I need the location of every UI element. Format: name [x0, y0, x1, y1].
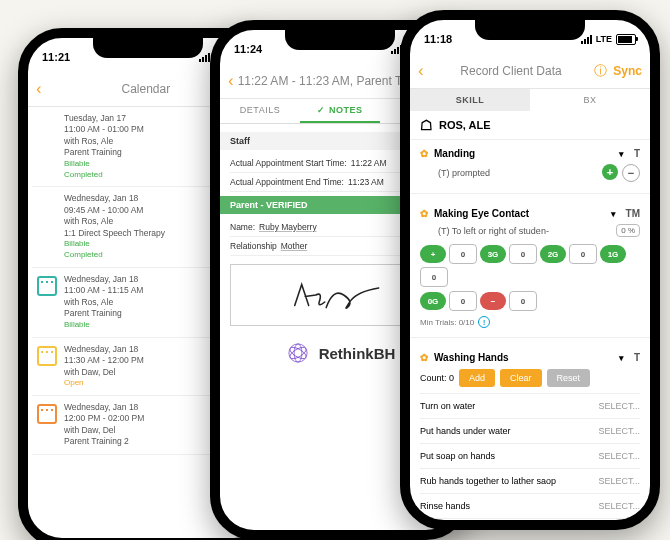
task-row[interactable]: Rub hands together to lather saopSELECT.… [420, 468, 640, 493]
check-icon [36, 113, 58, 180]
target-prompted: (T) prompted + − [420, 159, 640, 187]
count-label: Count: 0 [420, 373, 454, 383]
add-button[interactable]: Add [459, 369, 495, 387]
calendar-text: Wednesday, Jan 1811:00 AM - 11:15 AMwith… [64, 274, 226, 331]
tab-notes[interactable]: ✓ NOTES [300, 99, 380, 123]
target-left-right: (T) To left or right of studen- 0 % [420, 219, 640, 242]
check-icon [36, 193, 58, 260]
tab-bx[interactable]: BX [530, 89, 650, 111]
page-title: Record Client Data [428, 64, 595, 78]
trial-count[interactable]: 0 [420, 267, 448, 287]
program-manding[interactable]: ✿ Manding ▾ T [420, 140, 640, 159]
trial-count[interactable]: 0 [569, 244, 597, 264]
status-time: 11:18 [424, 33, 452, 45]
program-washing-hands[interactable]: ✿ Washing Hands ▾ T [420, 344, 640, 363]
reset-button[interactable]: Reset [547, 369, 591, 387]
task-row[interactable]: Put soap on handsSELECT... [420, 443, 640, 468]
trial-count[interactable]: 0 [449, 291, 477, 311]
gear-icon[interactable]: ✿ [420, 352, 428, 363]
back-button[interactable]: ‹ [228, 71, 238, 91]
tab-skill[interactable]: SKILL [410, 89, 530, 111]
client-row[interactable]: ☖ ROS, ALE [410, 111, 650, 140]
sync-button[interactable]: Sync [613, 64, 642, 78]
back-button[interactable]: ‹ [418, 61, 428, 81]
calendar-icon [36, 402, 58, 448]
client-name: ROS, ALE [439, 119, 491, 131]
status-right: LTE [581, 34, 636, 45]
min-trials: Min Trials: 0/10 ! [420, 313, 640, 331]
task-row[interactable]: Put hands under waterSELECT... [420, 418, 640, 443]
info-icon[interactable]: ⓘ [594, 62, 607, 80]
task-select[interactable]: SELECT... [598, 426, 640, 436]
brand-logo-icon [285, 340, 311, 366]
trial-count[interactable]: 0 [509, 291, 537, 311]
trial-buttons-row2: 0G0−0 [420, 289, 640, 313]
status-time: 11:24 [234, 43, 262, 55]
trial-count[interactable]: 0 [509, 244, 537, 264]
trial-grade-button[interactable]: 0G [420, 292, 446, 310]
task-row[interactable]: Turn on waterSELECT... [420, 393, 640, 418]
calendar-text: Wednesday, Jan 1809:45 AM - 10:00 AMwith… [64, 193, 226, 260]
task-label: Put soap on hands [420, 451, 495, 461]
signal-icon [199, 53, 210, 62]
calendar-text: Tuesday, Jan 1711:00 AM - 01:00 PMwith R… [64, 113, 226, 180]
task-select[interactable]: SELECT... [598, 451, 640, 461]
calendar-text: Wednesday, Jan 1811:30 AM - 12:00 PMwith… [64, 344, 226, 389]
signal-icon [581, 35, 592, 44]
lte-label: LTE [596, 34, 612, 44]
plus-button[interactable]: + [602, 164, 618, 180]
trial-grade-button[interactable]: 1G [600, 245, 626, 263]
task-label: Rub hands together to lather saop [420, 476, 556, 486]
task-label: Put hands under water [420, 426, 511, 436]
program-eye-contact[interactable]: ✿ Making Eye Contact ▾ TM [420, 200, 640, 219]
phone-record-data: 11:18 LTE ‹ Record Client Data ⓘ Sync SK… [400, 10, 660, 530]
tabs: SKILL BX [410, 89, 650, 111]
trial-count[interactable]: 0 [449, 244, 477, 264]
clear-button[interactable]: Clear [500, 369, 542, 387]
task-list: Turn on waterSELECT...Put hands under wa… [420, 393, 640, 530]
notch [93, 38, 203, 58]
notch [285, 30, 395, 50]
status-time: 11:21 [42, 51, 70, 63]
minus-button[interactable]: − [480, 292, 506, 310]
gear-icon[interactable]: ✿ [420, 208, 428, 219]
task-label: Rinse hands [420, 501, 470, 511]
caret-down-icon: ▾ [611, 209, 616, 219]
caret-down-icon: ▾ [619, 149, 624, 159]
notch [475, 20, 585, 40]
gear-icon[interactable]: ✿ [420, 148, 428, 159]
task-row[interactable]: Turn off waterSELECT... [420, 518, 640, 530]
trial-grade-button[interactable]: 3G [480, 245, 506, 263]
trial-buttons: +03G02G01G0 [420, 242, 640, 289]
svg-point-2 [294, 344, 302, 362]
task-select[interactable]: SELECT... [598, 476, 640, 486]
task-row[interactable]: Rinse handsSELECT... [420, 493, 640, 518]
trial-grade-button[interactable]: 2G [540, 245, 566, 263]
back-button[interactable]: ‹ [36, 79, 46, 99]
count-row: Count: 0 Add Clear Reset [420, 363, 640, 393]
nav-bar: ‹ Record Client Data ⓘ Sync [410, 54, 650, 89]
programs: ✿ Manding ▾ T (T) prompted + − ✿ Making … [410, 140, 650, 530]
caret-down-icon: ▾ [619, 353, 624, 363]
minus-button[interactable]: − [622, 164, 640, 182]
calendar-icon [36, 344, 58, 389]
person-icon: ☖ [420, 117, 433, 133]
task-select[interactable]: SELECT... [598, 401, 640, 411]
calendar-icon [36, 274, 58, 331]
plus-button[interactable]: + [420, 245, 446, 263]
battery-icon [616, 34, 636, 45]
info-icon[interactable]: ! [478, 316, 490, 328]
tab-details[interactable]: DETAILS [220, 99, 300, 123]
task-label: Turn on water [420, 401, 475, 411]
calendar-text: Wednesday, Jan 1812:00 PM - 02:00 PMwith… [64, 402, 226, 448]
task-select[interactable]: SELECT... [598, 526, 640, 530]
task-select[interactable]: SELECT... [598, 501, 640, 511]
brand-name: RethinkBH [319, 345, 396, 362]
